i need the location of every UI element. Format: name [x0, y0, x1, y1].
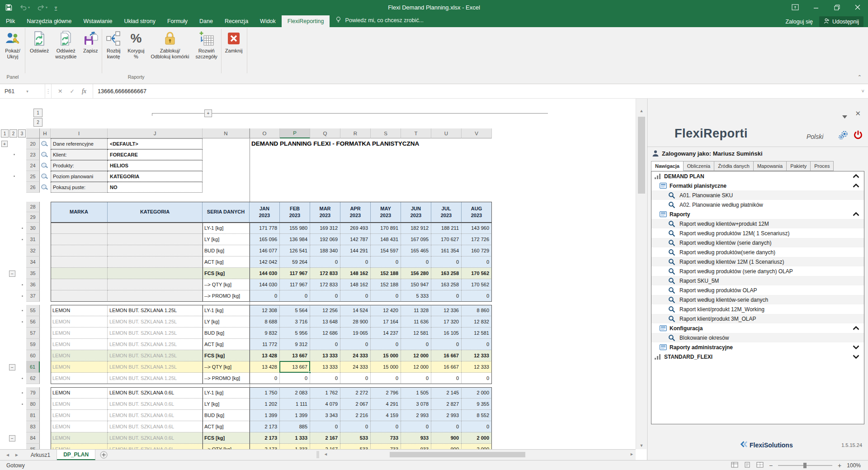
- cell-Q35[interactable]: 172 833: [310, 268, 340, 279]
- cell-V61[interactable]: 12 333: [462, 361, 492, 373]
- table-header-marka[interactable]: MARKA: [51, 202, 108, 223]
- cell-U31[interactable]: 170 627: [431, 234, 462, 245]
- row-number-84[interactable]: 84: [26, 432, 40, 444]
- column-header-N[interactable]: N: [203, 128, 250, 138]
- cell-kategoria-35[interactable]: [108, 268, 203, 279]
- chevron-up-icon[interactable]: [853, 173, 859, 180]
- cell-U30[interactable]: 188 211: [431, 223, 462, 234]
- cell-seria-81[interactable]: BUD [kg]: [203, 410, 250, 421]
- horizontal-scrollbar[interactable]: ◄ ►: [322, 451, 636, 458]
- row-number-59[interactable]: 59: [26, 339, 40, 350]
- undo-icon[interactable]: ▾: [19, 4, 30, 10]
- cell-S36[interactable]: 152 188: [371, 279, 401, 290]
- cell-R35[interactable]: 148 162: [340, 268, 371, 279]
- cell-S31[interactable]: 148 431: [371, 234, 401, 245]
- row-number-20[interactable]: 20: [26, 138, 40, 149]
- cell-O32[interactable]: 146 077: [250, 245, 280, 256]
- cell-seria-57[interactable]: BUD [kg]: [203, 328, 250, 339]
- zoom-slider-thumb[interactable]: [803, 463, 807, 468]
- cell-marka-55[interactable]: LEMON: [51, 305, 108, 316]
- cell-marka-80[interactable]: LEMON: [51, 399, 108, 410]
- row-number-35[interactable]: 35: [26, 268, 40, 279]
- cell-P32[interactable]: 126 541: [280, 245, 310, 256]
- cell-seria-80[interactable]: LY [kg]: [203, 399, 250, 410]
- tree-item-demand-plan[interactable]: DEMAND PLAN: [651, 171, 864, 181]
- row-number-36[interactable]: 36: [26, 279, 40, 290]
- cell-marka-83[interactable]: LEMON: [51, 421, 108, 432]
- cell-V83[interactable]: 0: [462, 421, 492, 432]
- namebox-dropdown-icon[interactable]: ▾: [26, 89, 28, 94]
- cell-marka-84[interactable]: LEMON: [51, 432, 108, 444]
- cell-R37[interactable]: 0: [340, 290, 371, 302]
- pane-splitter[interactable]: [316, 451, 319, 458]
- tab-narz-dzia-g-wne[interactable]: Narzędzia główne: [21, 15, 77, 27]
- column-header-J[interactable]: J: [108, 128, 203, 138]
- tree-item-raport-wed-ug-klient-w-12m-1-scenariusz[interactable]: Raport według klientów 12M (1 Scenariusz…: [651, 257, 864, 266]
- filter-value-pokazuj-puste[interactable]: NO: [108, 182, 203, 193]
- cell-P61[interactable]: 13 667: [280, 361, 310, 373]
- row-number-83[interactable]: 83: [26, 421, 40, 432]
- column-header-Q[interactable]: Q: [310, 128, 340, 138]
- magnifier-icon[interactable]: [41, 184, 48, 192]
- cell-U60[interactable]: 16 667: [431, 350, 462, 361]
- cancel-formula-icon[interactable]: ✕: [58, 88, 62, 95]
- save-icon[interactable]: [5, 4, 12, 11]
- cell-S37[interactable]: 0: [371, 290, 401, 302]
- cell-P57[interactable]: 5 956: [280, 328, 310, 339]
- cell-Q81[interactable]: 3 343: [310, 410, 340, 421]
- cell-T36[interactable]: 150 947: [401, 279, 431, 290]
- scroll-right-icon[interactable]: ►: [630, 452, 634, 456]
- column-header-H[interactable]: H: [40, 128, 51, 138]
- cell-U61[interactable]: 16 667: [431, 361, 462, 373]
- cell-seria-60[interactable]: FCS [kg]: [203, 350, 250, 361]
- cell-Q61[interactable]: 13 333: [310, 361, 340, 373]
- cell-O59[interactable]: 11 772: [250, 339, 280, 350]
- header-corner[interactable]: [26, 128, 40, 138]
- cell-P60[interactable]: 13 667: [280, 350, 310, 361]
- cell-T59[interactable]: 0: [401, 339, 431, 350]
- table-header-month-jul[interactable]: JUL2023: [431, 202, 462, 223]
- cell-S57[interactable]: 14 237: [371, 328, 401, 339]
- cell-O34[interactable]: 142 042: [250, 256, 280, 268]
- cell-O80[interactable]: 1 202: [250, 399, 280, 410]
- cell-seria-84[interactable]: FCS [kg]: [203, 432, 250, 444]
- tree-item-formatki-planistyczne[interactable]: Formatki planistyczne: [651, 181, 864, 190]
- cell-U34[interactable]: 0: [431, 256, 462, 268]
- insert-function-icon[interactable]: fx: [82, 88, 86, 95]
- cell-Q55[interactable]: 12 256: [310, 305, 340, 316]
- row-number-31[interactable]: 31: [26, 234, 40, 245]
- filter-value-produkty[interactable]: HELIOS: [108, 160, 203, 171]
- cell-R36[interactable]: 148 162: [340, 279, 371, 290]
- cell-U35[interactable]: 163 258: [431, 268, 462, 279]
- cell-R60[interactable]: 24 333: [340, 350, 371, 361]
- filter-value-dane-referencyjne[interactable]: <DEFAULT>: [108, 138, 203, 149]
- table-header-month-mar[interactable]: MAR2023: [310, 202, 340, 223]
- tree-item-raport-wed-ug-klient-w-serie-danych[interactable]: Raport według klientów-serie danych: [651, 295, 864, 304]
- cell-U57[interactable]: 16 105: [431, 328, 462, 339]
- cell-R62[interactable]: 0: [340, 373, 371, 384]
- cell-U85[interactable]: 900: [431, 444, 462, 449]
- cell-S62[interactable]: 0: [371, 373, 401, 384]
- formula-input[interactable]: 13666,6666666667: [93, 84, 868, 98]
- tree-item-raport-sku-5m[interactable]: Raport SKU_5M: [651, 276, 864, 285]
- zoom-in-icon[interactable]: +: [838, 462, 841, 469]
- cell-T55[interactable]: 11 328: [401, 305, 431, 316]
- column-header-V[interactable]: V: [462, 128, 492, 138]
- row-number-55[interactable]: 55: [26, 305, 40, 316]
- column-outline-expand-button[interactable]: +: [204, 109, 212, 117]
- cell-P35[interactable]: 117 967: [280, 268, 310, 279]
- scroll-down-icon[interactable]: ▼: [636, 443, 647, 448]
- cell-kategoria-56[interactable]: LEMON BUT. SZKLANA 1.25L: [108, 316, 203, 328]
- column-outline-level-2[interactable]: 2: [33, 118, 42, 127]
- cell-O60[interactable]: 13 428: [250, 350, 280, 361]
- cell-S81[interactable]: 4 159: [371, 410, 401, 421]
- cell-R55[interactable]: 14 524: [340, 305, 371, 316]
- cell-T80[interactable]: 3 078: [401, 399, 431, 410]
- row-number-62[interactable]: 62: [26, 373, 40, 384]
- tree-item-raport-wed-ug-produkt-w-serie-danych[interactable]: Raport według produktów(serie danych): [651, 247, 864, 257]
- cell-marka-61[interactable]: LEMON: [51, 361, 108, 373]
- tree-item-konfiguracja[interactable]: Konfiguracja: [651, 323, 864, 333]
- cell-O30[interactable]: 171 778: [250, 223, 280, 234]
- cell-kategoria-84[interactable]: LEMON BUT. SZKLANA 0.6L: [108, 432, 203, 444]
- cell-O55[interactable]: 12 308: [250, 305, 280, 316]
